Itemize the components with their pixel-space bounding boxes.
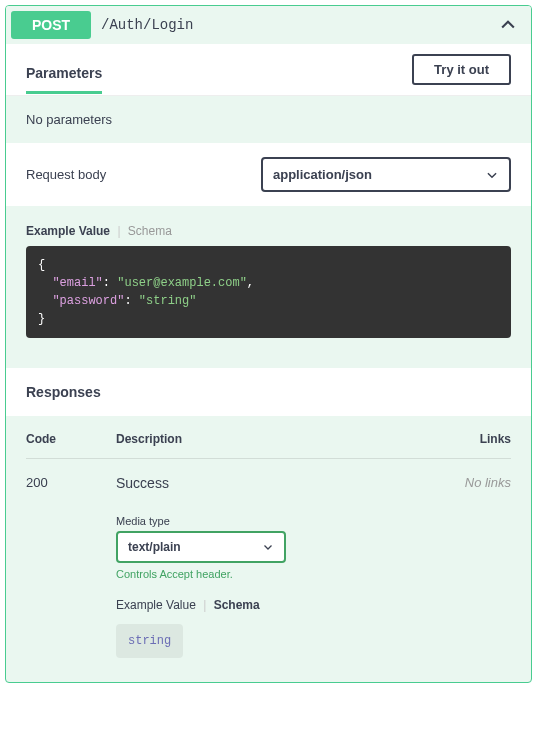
media-type-select[interactable]: text/plain (116, 531, 286, 563)
tab-schema[interactable]: Schema (214, 598, 260, 612)
tab-example-value[interactable]: Example Value (26, 224, 110, 238)
responses-table-header: Code Description Links (26, 432, 511, 459)
response-description-cell: Success Media type text/plain Controls A… (116, 475, 441, 658)
request-body-label: Request body (26, 167, 106, 182)
example-json-block: { "email": "user@example.com", "password… (26, 246, 511, 338)
chevron-down-icon (485, 168, 499, 182)
schema-type-block: string (116, 624, 183, 658)
http-method-badge: POST (11, 11, 91, 39)
tab-example-value[interactable]: Example Value (116, 598, 196, 612)
request-body-tabs: Example Value | Schema (26, 224, 511, 238)
response-row: 200 Success Media type text/plain Contro… (26, 475, 511, 658)
chevron-up-icon (498, 15, 526, 35)
col-code: Code (26, 432, 116, 446)
col-links: Links (441, 432, 511, 446)
responses-section: Code Description Links 200 Success Media… (6, 416, 531, 682)
parameters-bar: Parameters Try it out (6, 44, 531, 96)
col-description: Description (116, 432, 441, 446)
no-parameters-text: No parameters (6, 96, 531, 143)
tab-schema[interactable]: Schema (128, 224, 172, 238)
response-code: 200 (26, 475, 116, 658)
request-body-section: Example Value | Schema { "email": "user@… (6, 206, 531, 368)
response-description: Success (116, 475, 441, 491)
content-type-value: application/json (273, 167, 372, 182)
endpoint-path: /Auth/Login (101, 17, 498, 33)
request-body-bar: Request body application/json (6, 143, 531, 206)
response-links: No links (441, 475, 511, 658)
media-type-value: text/plain (128, 540, 181, 554)
parameters-title: Parameters (26, 59, 102, 94)
try-it-out-button[interactable]: Try it out (412, 54, 511, 85)
operation-summary[interactable]: POST /Auth/Login (6, 6, 531, 44)
operation-block: POST /Auth/Login Parameters Try it out N… (5, 5, 532, 683)
response-tabs: Example Value | Schema (116, 598, 441, 612)
content-type-select[interactable]: application/json (261, 157, 511, 192)
chevron-down-icon (262, 541, 274, 553)
media-type-label: Media type (116, 515, 441, 527)
responses-title: Responses (6, 368, 531, 416)
controls-accept-hint: Controls Accept header. (116, 568, 441, 580)
